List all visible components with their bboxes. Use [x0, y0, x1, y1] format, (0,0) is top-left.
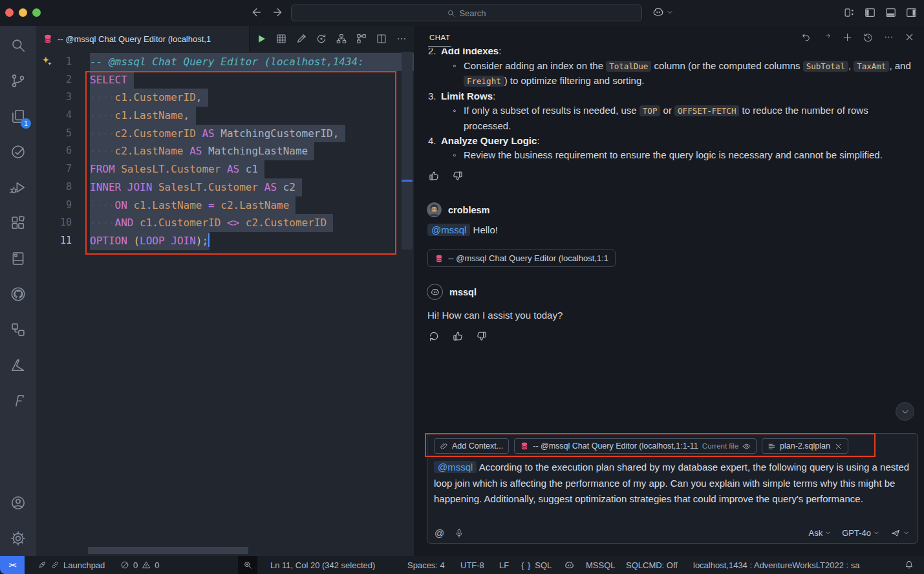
code-line-7[interactable]: 7FROM SalesLT.Customer AS c1 — [36, 160, 414, 178]
mssql-mention-chip[interactable]: @mssql — [434, 461, 477, 473]
copilot-icon — [564, 560, 575, 571]
activity-bar-item-remote-explorer-icon[interactable] — [3, 312, 34, 347]
code-line-11[interactable]: 11OPTION (LOOP JOIN); — [36, 232, 414, 250]
activity-bar-item-azure-icon[interactable] — [3, 347, 34, 383]
zoom-indicator[interactable] — [238, 556, 257, 574]
activity-bar-item-source-control-icon[interactable] — [3, 63, 34, 98]
copilot-sparkle-icon[interactable] — [41, 56, 53, 68]
estimated-plan-icon[interactable] — [335, 33, 347, 45]
activity-bar-item-explorer-icon[interactable]: 1 — [3, 98, 34, 134]
copilot-menu-button[interactable] — [652, 6, 674, 19]
send-button[interactable] — [890, 528, 910, 538]
activity-bar-item-run-debug-icon[interactable] — [3, 169, 34, 205]
more-icon[interactable] — [883, 32, 894, 43]
code-line-1[interactable]: 1-- @mssql Chat Query Editor (localhost,… — [36, 53, 414, 71]
thumbs-down-icon[interactable] — [451, 169, 464, 182]
change-connection-icon[interactable] — [315, 33, 327, 45]
split-editor-icon[interactable] — [375, 33, 387, 45]
toggle-panel-icon[interactable] — [885, 6, 897, 19]
code-line-6[interactable]: 6····c2.LastName AS MatchingLastName — [36, 142, 414, 160]
eol-indicator[interactable]: LF — [499, 556, 509, 574]
connection-status[interactable]: localhost,1434 : AdventureWorksLT2022 : … — [693, 556, 860, 574]
activity-bar-item-account-icon[interactable] — [3, 485, 34, 520]
zoom-window-button[interactable] — [32, 8, 41, 17]
sqlplan-attachment-chip[interactable]: plan-2.sqlplan — [762, 438, 848, 454]
microphone-icon[interactable] — [454, 528, 464, 538]
code-line-3[interactable]: 3····c1.CustomerID, — [36, 89, 414, 107]
close-icon[interactable] — [904, 32, 915, 43]
indentation-label: Spaces: 4 — [407, 560, 445, 570]
language-indicator[interactable]: { }SQL — [521, 556, 552, 574]
notifications-bell[interactable] — [904, 556, 914, 574]
toggle-secondary-sidebar-icon[interactable] — [905, 6, 918, 19]
close-icon[interactable] — [834, 442, 843, 451]
activity-bar-item-check-circle-icon[interactable] — [3, 134, 34, 169]
history-icon[interactable] — [863, 32, 874, 43]
editor-vertical-scrollbar[interactable] — [402, 52, 413, 250]
tab-chat[interactable]: CHAT — [428, 28, 451, 47]
actual-plan-icon[interactable] — [355, 33, 367, 45]
mssql-status[interactable]: MSSQL — [586, 556, 616, 574]
regenerate-icon[interactable] — [427, 330, 440, 343]
editor-horizontal-scrollbar[interactable] — [88, 547, 248, 554]
code-line-4[interactable]: 4····c1.LastName, — [36, 107, 414, 125]
chat-input-body[interactable]: According to the execution plan shared b… — [434, 462, 909, 504]
activity-bar-item-database-server-icon[interactable] — [3, 240, 34, 276]
model-picker-button[interactable]: GPT-4o — [842, 528, 880, 538]
thumbs-up-icon[interactable] — [451, 330, 464, 343]
assistant-message-text: Hi! How can I assist you today? — [427, 310, 911, 321]
chevron-down-icon — [666, 8, 674, 16]
activity-bar-item-search-icon[interactable] — [3, 27, 34, 63]
mention-context-button[interactable]: @ — [435, 527, 444, 538]
indentation-indicator[interactable]: Spaces: 4 — [407, 556, 445, 574]
close-window-button[interactable] — [5, 8, 14, 17]
more-actions-icon[interactable] — [395, 33, 407, 45]
mode-picker-button[interactable]: Ask — [809, 528, 832, 538]
mssql-mention-chip[interactable]: @mssql — [427, 224, 470, 236]
add-context-label: Add Context... — [452, 441, 503, 451]
command-center-search[interactable]: Search — [291, 5, 642, 21]
activity-bar-item-github-icon[interactable] — [3, 276, 34, 312]
code-line-5[interactable]: 5····c2.CustomerID AS MatchingCustomerID… — [36, 125, 414, 143]
cursor-position[interactable]: Ln 11, Col 20 (342 selected) — [270, 556, 375, 574]
navigate-forward-icon[interactable] — [272, 5, 286, 19]
traffic-lights — [5, 8, 41, 17]
editor-tab[interactable]: -- @mssql Chat Query Editor (localhost,1 — [36, 26, 250, 52]
assistant-message-header: mssql — [427, 284, 477, 300]
copilot-status[interactable] — [564, 556, 575, 574]
redo-icon[interactable] — [821, 32, 832, 43]
add-context-button[interactable]: Add Context... — [434, 438, 509, 454]
new-chat-icon[interactable] — [842, 32, 853, 43]
toggle-primary-sidebar-icon[interactable] — [864, 6, 876, 19]
activity-bar-item-settings-gear-icon[interactable] — [3, 520, 34, 556]
undo-icon[interactable] — [800, 32, 811, 43]
encoding-indicator[interactable]: UTF-8 — [460, 556, 484, 574]
results-grid-icon[interactable] — [275, 33, 287, 45]
activity-bar-item-extensions-icon[interactable] — [3, 205, 34, 240]
run-query-icon[interactable] — [255, 33, 267, 45]
problems-indicator[interactable]: 0 0 — [120, 556, 159, 574]
launchpad-button[interactable]: Launchpad — [38, 556, 105, 574]
code-editor[interactable]: 1-- @mssql Chat Query Editor (localhost,… — [36, 52, 414, 556]
navigate-back-icon[interactable] — [248, 5, 263, 19]
code-line-2[interactable]: 2SELECT — [36, 71, 414, 89]
customize-layout-icon[interactable] — [843, 6, 855, 19]
scroll-to-bottom-button[interactable] — [896, 402, 914, 421]
code-line-10[interactable]: 10····AND c1.CustomerID <> c2.CustomerID — [36, 214, 414, 232]
code-line-9[interactable]: 9····ON c1.LastName = c2.LastName — [36, 197, 414, 215]
thumbs-up-icon[interactable] — [427, 169, 440, 182]
chat-input-text[interactable]: @mssql According to the execution plan s… — [434, 460, 911, 507]
minimize-window-button[interactable] — [19, 8, 27, 17]
edit-connection-icon[interactable] — [295, 33, 307, 45]
sqlcmd-status[interactable]: SQLCMD: Off — [626, 556, 678, 574]
activity-bar-item-fabric-icon[interactable] — [3, 383, 34, 418]
remote-indicator[interactable]: >< — [0, 556, 25, 574]
current-file-chip[interactable]: -- @mssql Chat Query Editor (localhost,1… — [514, 438, 757, 454]
chat-input-container[interactable]: Add Context... -- @mssql Chat Query Edit… — [427, 433, 918, 544]
response-bullet: ◦Review the business requirement to ensu… — [428, 148, 916, 163]
code-line-8[interactable]: 8INNER JOIN SalesLT.Customer AS c2 — [36, 178, 414, 197]
thumbs-down-icon[interactable] — [475, 330, 488, 343]
message-file-chip[interactable]: -- @mssql Chat Query Editor (localhost,1… — [427, 250, 616, 267]
eye-icon[interactable] — [742, 442, 751, 451]
inline-code-chip: Freight — [464, 76, 504, 87]
